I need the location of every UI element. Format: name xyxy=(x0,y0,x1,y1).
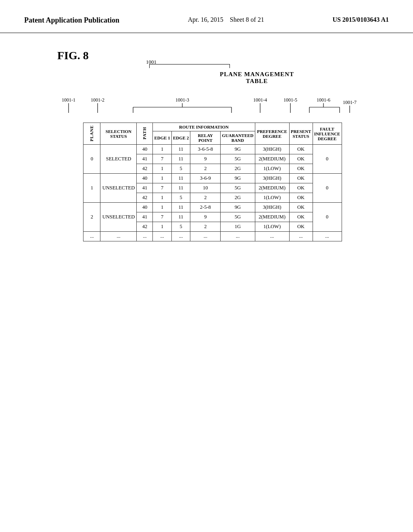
path-0-41: 41 xyxy=(137,154,153,164)
col-id-1001-7: 1001-7 xyxy=(343,100,357,105)
col-id-1001-4: 1001-4 xyxy=(253,97,267,103)
pref-2-2: 1(LOW) xyxy=(255,222,289,232)
edge2-2-1: 11 xyxy=(171,212,190,222)
edge1-0-2: 1 xyxy=(153,164,171,174)
pref-0-1: 2(MEDIUM) xyxy=(255,154,289,164)
path-0-40: 40 xyxy=(137,145,153,154)
header-date-sheet: Apr. 16, 2015 Sheet 8 of 21 xyxy=(188,16,264,23)
pref-1-1: 2(MEDIUM) xyxy=(255,183,289,193)
column-brackets-svg: 1001-1 1001-2 1001-3 1001-4 1001-5 xyxy=(57,97,364,121)
relay-2-0: 2-5-8 xyxy=(190,203,221,212)
band-0-1: 5G xyxy=(221,154,255,164)
col-edge1-header: EDGE 1 xyxy=(153,131,171,145)
relay-ellipsis: ... xyxy=(190,232,221,241)
edge2-0-1: 11 xyxy=(171,154,190,164)
pref-1-0: 3(HIGH) xyxy=(255,174,289,183)
table-row: 2 UNSELECTED 40 1 11 2-5-8 9G 3(HIGH) OK… xyxy=(83,203,342,212)
col-id-1001-3: 1001-3 xyxy=(175,97,189,103)
pref-2-0: 3(HIGH) xyxy=(255,203,289,212)
status-0-2: OK xyxy=(289,164,313,174)
status-1-2: OK xyxy=(289,193,313,203)
col-relay-header: RELAYPOINT xyxy=(190,131,221,145)
header-sheet: Sheet 8 of 21 xyxy=(230,16,264,23)
edge1-0-0: 1 xyxy=(153,145,171,154)
selection-1: UNSELECTED xyxy=(100,174,137,203)
band-ellipsis: ... xyxy=(221,232,255,241)
relay-1-0: 3-6-9 xyxy=(190,174,221,183)
col-id-1001-6: 1001-6 xyxy=(317,97,330,103)
fig-label: FIG. 8 xyxy=(57,49,89,62)
main-table-container: PLANE SELECTIONSTATUS PATH ROUTE INFORMA… xyxy=(83,123,342,241)
col-plane-header: PLANE xyxy=(83,123,100,145)
plane-management-table: PLANE SELECTIONSTATUS PATH ROUTE INFORMA… xyxy=(83,123,342,241)
col-id-1001-1: 1001-1 xyxy=(62,97,75,103)
path-ellipsis: ... xyxy=(137,232,153,241)
col-id-1001-2: 1001-2 xyxy=(91,97,104,103)
page: Patent Application Publication Apr. 16, … xyxy=(0,0,413,532)
status-1-0: OK xyxy=(289,174,313,183)
selection-0: SELECTED xyxy=(100,145,137,174)
col-preference-header: PREFERENCEDEGREE xyxy=(255,123,289,145)
relay-0-0: 3-6-5-8 xyxy=(190,145,221,154)
edge2-ellipsis: ... xyxy=(171,232,190,241)
col-fault-header: FAULTINFLUENCEDEGREE xyxy=(313,123,342,145)
table-row: 1 UNSELECTED 40 1 11 3-6-9 9G 3(HIGH) OK… xyxy=(83,174,342,183)
band-2-0: 9G xyxy=(221,203,255,212)
path-1-40: 40 xyxy=(137,174,153,183)
path-1-41: 41 xyxy=(137,183,153,193)
status-0-1: OK xyxy=(289,154,313,164)
status-2-1: OK xyxy=(289,212,313,222)
edge2-0-0: 11 xyxy=(171,145,190,154)
band-0-0: 9G xyxy=(221,145,255,154)
fault-2: 0 xyxy=(313,203,342,232)
table-title-area: 1001 PLANE MANAGEMENT TABLE xyxy=(49,66,364,85)
pref-ellipsis: ... xyxy=(255,232,289,241)
table-body: 0 SELECTED 40 1 11 3-6-5-8 9G 3(HIGH) OK… xyxy=(83,145,342,241)
fault-1: 0 xyxy=(313,174,342,203)
fault-ellipsis: ... xyxy=(313,232,342,241)
column-id-labels-row: 1001-1 1001-2 1001-3 1001-4 1001-5 xyxy=(53,97,368,123)
status-1-1: OK xyxy=(289,183,313,193)
edge1-2-2: 1 xyxy=(153,222,171,232)
col-present-header: PRESENTSTATUS xyxy=(289,123,313,145)
relay-1-2: 2 xyxy=(190,193,221,203)
band-1-1: 5G xyxy=(221,183,255,193)
header-row-1: PLANE SELECTIONSTATUS PATH ROUTE INFORMA… xyxy=(83,123,342,131)
page-header: Patent Application Publication Apr. 16, … xyxy=(0,0,413,33)
band-0-2: 2G xyxy=(221,164,255,174)
relay-0-1: 9 xyxy=(190,154,221,164)
pref-0-0: 3(HIGH) xyxy=(255,145,289,154)
relay-2-2: 2 xyxy=(190,222,221,232)
band-1-0: 9G xyxy=(221,174,255,183)
col-edge2-header: EDGE 2 xyxy=(171,131,190,145)
selection-2: UNSELECTED xyxy=(100,203,137,232)
table-title: PLANE MANAGEMENT TABLE xyxy=(150,71,364,85)
edge1-1-2: 1 xyxy=(153,193,171,203)
pref-0-2: 1(LOW) xyxy=(255,164,289,174)
table-row: 0 SELECTED 40 1 11 3-6-5-8 9G 3(HIGH) OK… xyxy=(83,145,342,154)
path-0-42: 42 xyxy=(137,164,153,174)
relay-1-1: 10 xyxy=(190,183,221,193)
edge2-2-2: 5 xyxy=(171,222,190,232)
header-date: Apr. 16, 2015 xyxy=(188,16,223,23)
col-band-header: GUARANTEEDBAND xyxy=(221,131,255,145)
table-row-ellipsis: ... ... ... ... ... ... ... ... ... ... xyxy=(83,232,342,241)
publication-title: Patent Application Publication xyxy=(24,16,119,25)
path-2-41: 41 xyxy=(137,212,153,222)
pref-1-2: 1(LOW) xyxy=(255,193,289,203)
edge1-1-1: 7 xyxy=(153,183,171,193)
status-2-2: OK xyxy=(289,222,313,232)
edge2-0-2: 5 xyxy=(171,164,190,174)
plane-ellipsis: ... xyxy=(83,232,100,241)
col-route-header: ROUTE INFORMATION xyxy=(153,123,255,131)
band-2-1: 5G xyxy=(221,212,255,222)
pref-2-1: 2(MEDIUM) xyxy=(255,212,289,222)
edge1-2-1: 7 xyxy=(153,212,171,222)
band-1-2: 2G xyxy=(221,193,255,203)
edge2-1-0: 11 xyxy=(171,174,190,183)
edge1-ellipsis: ... xyxy=(153,232,171,241)
col-id-1001-5: 1001-5 xyxy=(284,97,297,103)
relay-2-1: 9 xyxy=(190,212,221,222)
edge1-0-1: 7 xyxy=(153,154,171,164)
col-selection-header: SELECTIONSTATUS xyxy=(100,123,137,145)
